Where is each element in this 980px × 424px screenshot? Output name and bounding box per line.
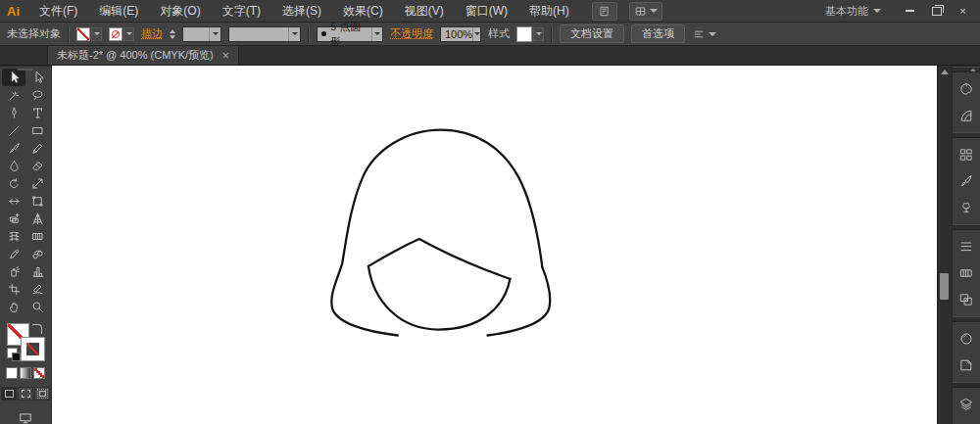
pen-tool[interactable] bbox=[2, 104, 25, 121]
color-panel-button[interactable] bbox=[953, 75, 980, 102]
eraser-tool[interactable] bbox=[25, 157, 49, 174]
menu-item[interactable]: 效果(C) bbox=[332, 3, 394, 20]
restore-button[interactable] bbox=[923, 3, 950, 19]
column-graph-tool[interactable] bbox=[25, 262, 49, 280]
stroke-panel-button[interactable] bbox=[953, 233, 980, 259]
menu-item[interactable]: 选择(S) bbox=[271, 3, 332, 20]
menu-item[interactable]: 帮助(H) bbox=[518, 3, 580, 20]
menu-item[interactable]: 文字(T) bbox=[212, 3, 271, 20]
blend-tool[interactable] bbox=[25, 245, 49, 262]
minimize-button[interactable] bbox=[897, 3, 923, 19]
perspective-grid-tool[interactable] bbox=[25, 210, 49, 227]
chevron-down-icon[interactable] bbox=[123, 27, 134, 41]
dock-expand-header[interactable] bbox=[953, 66, 980, 67]
fill-stroke-indicator[interactable] bbox=[7, 323, 44, 360]
app-logo[interactable]: Ai bbox=[0, 4, 28, 19]
width-profile-dropdown[interactable] bbox=[228, 26, 301, 42]
color-mode-button[interactable] bbox=[6, 367, 18, 379]
rectangle-tool[interactable] bbox=[25, 121, 49, 139]
chevron-down-icon[interactable] bbox=[533, 27, 544, 41]
scrollbar-thumb[interactable] bbox=[940, 273, 949, 300]
canvas[interactable] bbox=[52, 66, 937, 424]
hand-tool[interactable] bbox=[2, 298, 25, 315]
swap-fill-stroke-icon[interactable] bbox=[32, 324, 42, 334]
shape-builder-tool[interactable] bbox=[2, 210, 25, 227]
magic-wand-tool[interactable] bbox=[2, 86, 25, 104]
panel-group-grip[interactable] bbox=[953, 132, 980, 138]
eyedropper-tool[interactable] bbox=[2, 245, 25, 262]
none-mode-button[interactable] bbox=[33, 367, 45, 379]
scroll-up-arrow-icon[interactable] bbox=[941, 70, 949, 74]
draw-inside-button[interactable] bbox=[34, 387, 50, 400]
free-transform-tool[interactable] bbox=[25, 192, 49, 210]
symbol-sprayer-icon bbox=[7, 264, 22, 279]
menu-item[interactable]: 编辑(E) bbox=[88, 3, 149, 20]
stroke-color-picker[interactable] bbox=[109, 27, 134, 41]
type-tool[interactable] bbox=[25, 104, 49, 121]
arrange-documents-button[interactable] bbox=[629, 2, 662, 21]
close-button[interactable]: × bbox=[950, 3, 976, 19]
artboards-panel-button[interactable] bbox=[953, 417, 980, 424]
tab-close-icon[interactable]: × bbox=[222, 50, 229, 62]
gradient-mode-button[interactable] bbox=[20, 367, 31, 379]
gradient-panel-button[interactable] bbox=[953, 259, 980, 286]
graphic-styles-panel-button[interactable] bbox=[953, 352, 980, 378]
chevron-down-icon[interactable] bbox=[91, 27, 102, 41]
menu-item[interactable]: 文件(F) bbox=[28, 3, 88, 20]
document-setup-button[interactable]: 文档设置 bbox=[560, 24, 624, 43]
draw-behind-button[interactable] bbox=[18, 387, 33, 400]
stroke-panel-link[interactable]: 描边 bbox=[141, 26, 163, 41]
screen-mode-button[interactable] bbox=[17, 410, 34, 424]
pencil-tool[interactable] bbox=[25, 139, 49, 157]
brushes-panel-button[interactable] bbox=[953, 167, 980, 194]
direct-selection-tool[interactable] bbox=[25, 69, 49, 86]
appearance-panel-button[interactable] bbox=[953, 325, 980, 352]
preferences-button[interactable]: 首选项 bbox=[631, 24, 685, 43]
menu-item[interactable]: 窗口(W) bbox=[455, 3, 518, 20]
gradient-tool[interactable] bbox=[25, 227, 49, 245]
mesh-tool[interactable] bbox=[2, 227, 25, 245]
artboard-tool[interactable] bbox=[2, 280, 25, 298]
brush-dropdown[interactable]: 5 点圆形 bbox=[317, 26, 383, 42]
panel-group-grip[interactable] bbox=[953, 224, 980, 230]
stroke-weight-dropdown[interactable] bbox=[182, 26, 221, 42]
symbol-sprayer-tool[interactable] bbox=[2, 262, 25, 280]
stroke-indicator-none[interactable] bbox=[22, 338, 44, 360]
chevron-down-icon[interactable] bbox=[209, 27, 220, 41]
draw-normal-button[interactable] bbox=[1, 387, 17, 400]
stroke-weight-stepper[interactable] bbox=[170, 29, 175, 39]
lasso-tool[interactable] bbox=[25, 86, 49, 104]
chevron-down-icon[interactable] bbox=[288, 27, 300, 41]
rotate-tool[interactable] bbox=[2, 174, 25, 192]
layers-panel-button[interactable] bbox=[953, 391, 980, 417]
color-guide-panel-button[interactable] bbox=[953, 102, 980, 128]
vertical-scrollbar[interactable] bbox=[937, 66, 952, 424]
opacity-dropdown[interactable]: 100% bbox=[440, 26, 481, 42]
panel-group-grip[interactable] bbox=[953, 382, 980, 388]
bridge-button[interactable] bbox=[592, 2, 617, 21]
transparency-panel-button[interactable] bbox=[953, 286, 980, 312]
slice-tool[interactable] bbox=[25, 280, 49, 298]
control-panel-menu[interactable] bbox=[692, 27, 716, 41]
workspace-switcher[interactable]: 基本功能 bbox=[825, 4, 881, 19]
opacity-panel-link[interactable]: 不透明度 bbox=[390, 26, 433, 41]
paintbrush-tool[interactable] bbox=[2, 139, 25, 157]
swatches-panel-button[interactable] bbox=[953, 141, 980, 167]
menu-item[interactable]: 视图(V) bbox=[394, 3, 455, 20]
menu-item[interactable]: 对象(O) bbox=[149, 3, 211, 20]
selection-tool[interactable] bbox=[2, 69, 25, 86]
tools-panel-grip[interactable] bbox=[0, 66, 51, 67]
chevron-down-icon[interactable] bbox=[371, 27, 382, 41]
width-tool[interactable] bbox=[2, 192, 25, 210]
blob-brush-tool[interactable] bbox=[2, 157, 25, 174]
style-picker[interactable] bbox=[516, 26, 544, 42]
symbols-panel-button[interactable] bbox=[953, 194, 980, 220]
panel-group-grip[interactable] bbox=[953, 316, 980, 322]
scale-tool[interactable] bbox=[25, 174, 49, 192]
default-fill-stroke-icon[interactable] bbox=[7, 348, 18, 358]
line-segment-tool[interactable] bbox=[2, 121, 25, 139]
document-tab[interactable]: 未标题-2* @ 400% (CMYK/预览) × bbox=[47, 46, 239, 65]
fill-color-picker[interactable] bbox=[76, 27, 102, 41]
chevron-down-icon[interactable] bbox=[472, 27, 480, 41]
zoom-tool[interactable] bbox=[25, 298, 49, 315]
